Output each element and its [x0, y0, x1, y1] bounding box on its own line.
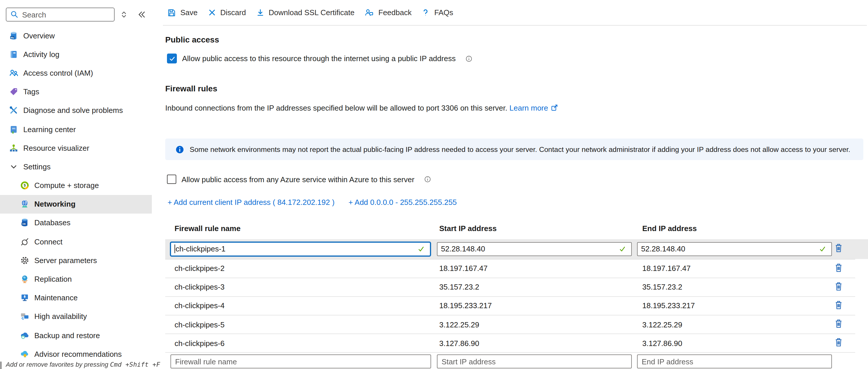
- table-row: ch-clickpipes-6 3.127.86.90 3.127.86.90: [165, 334, 855, 353]
- delete-rule-button[interactable]: [834, 319, 843, 329]
- sidebar-item-learning-center[interactable]: 101 Learning center: [0, 120, 152, 139]
- public-access-heading: Public access: [165, 35, 219, 44]
- save-icon: [167, 8, 176, 17]
- info-filled-icon: [175, 145, 184, 154]
- tools-icon: [9, 105, 19, 116]
- delete-rule-button[interactable]: [834, 243, 843, 253]
- svg-text:101: 101: [12, 127, 16, 129]
- table-row: ch-clickpipes-2 18.197.167.47 18.197.167…: [165, 259, 855, 278]
- sidebar-item-access-control[interactable]: Access control (IAM): [0, 64, 152, 82]
- sidebar-item-resource-visualizer[interactable]: Resource visualizer: [0, 139, 152, 157]
- backup-cloud-icon: [20, 330, 30, 340]
- info-icon[interactable]: [465, 54, 473, 63]
- new-end-ip-input[interactable]: [637, 355, 832, 368]
- sidebar-item-high-availability[interactable]: High availability: [0, 307, 152, 326]
- end-ip-input[interactable]: 52.28.148.40: [637, 242, 832, 256]
- feedback-icon: [365, 7, 374, 18]
- svg-text:$: $: [24, 183, 26, 188]
- question-icon: [422, 8, 430, 17]
- add-client-ip-link[interactable]: + Add current client IP address ( 84.172…: [167, 198, 335, 207]
- feedback-button[interactable]: Feedback: [365, 7, 412, 18]
- high-availability-icon: [20, 312, 30, 321]
- sidebar-item-replication[interactable]: Replication: [0, 270, 152, 288]
- tag-icon: [9, 87, 19, 97]
- sidebar-item-tags[interactable]: Tags: [0, 82, 152, 101]
- valid-check-icon: [818, 245, 827, 253]
- mysql-server-icon: My: [9, 31, 19, 40]
- add-links-row: + Add current client IP address ( 84.172…: [167, 198, 457, 207]
- table-row: ch-clickpipes-3 35.157.23.2 35.157.23.2: [165, 278, 855, 297]
- people-icon: [9, 68, 19, 78]
- svg-text:DB: DB: [22, 223, 26, 225]
- networking-globe-icon: [20, 199, 30, 209]
- learn-more-link[interactable]: Learn more: [509, 103, 548, 112]
- azure-services-checkbox-label: Allow public access from any Azure servi…: [182, 175, 414, 184]
- column-header-name: Firewall rule name: [175, 224, 241, 233]
- column-header-start-ip: Start IP address: [439, 224, 497, 233]
- checkbox-unchecked[interactable]: [167, 175, 176, 184]
- command-bar: Save Discard Download SSL Certificate Fe…: [167, 0, 453, 25]
- column-header-end-ip: End IP address: [642, 224, 697, 233]
- chevron-down-icon: [9, 162, 19, 172]
- start-ip-input[interactable]: 52.28.148.40: [437, 242, 632, 256]
- scrollbar-sliver[interactable]: [0, 362, 2, 369]
- sidebar-item-server-parameters[interactable]: Server parameters: [0, 251, 152, 270]
- new-start-ip-input[interactable]: [437, 355, 632, 368]
- rule-name-input[interactable]: ch-clickpipes-1: [170, 241, 431, 256]
- azure-services-checkbox-row: Allow public access from any Azure servi…: [167, 175, 432, 184]
- delete-rule-button[interactable]: [834, 338, 843, 348]
- search-input[interactable]: [6, 7, 115, 22]
- text-caret: [175, 244, 175, 253]
- database-icon: DB: [20, 218, 30, 228]
- discard-x-icon: [208, 8, 216, 17]
- resource-tree-icon: [9, 143, 19, 153]
- info-banner: Some network environments may not report…: [165, 139, 863, 160]
- activity-log-icon: [9, 50, 19, 59]
- save-button[interactable]: Save: [167, 8, 197, 17]
- page: My Overview Activity log Access control …: [0, 0, 868, 369]
- sidebar: My Overview Activity log Access control …: [0, 0, 152, 369]
- discard-button[interactable]: Discard: [208, 8, 246, 17]
- info-icon[interactable]: [424, 175, 432, 183]
- collapse-sidebar-icon[interactable]: [137, 10, 146, 19]
- search-icon: [10, 10, 19, 19]
- sidebar-item-compute-storage[interactable]: $ Compute + storage: [0, 176, 152, 195]
- table-row: ch-clickpipes-4 18.195.233.217 18.195.23…: [165, 297, 855, 315]
- sidebar-group-settings[interactable]: Settings: [0, 157, 152, 176]
- globe-stand-icon: [20, 274, 30, 284]
- sidebar-item-databases[interactable]: DB Databases: [0, 214, 152, 232]
- sidebar-search: [6, 7, 115, 22]
- delete-rule-button[interactable]: [834, 263, 843, 273]
- sidebar-menu: My Overview Activity log Access control …: [0, 26, 152, 364]
- sidebar-item-diagnose[interactable]: Diagnose and solve problems: [0, 101, 152, 120]
- learning-book-icon: 101: [9, 124, 19, 134]
- collapse-all-icon[interactable]: [119, 10, 129, 19]
- valid-check-icon: [417, 245, 425, 253]
- delete-rule-button[interactable]: [834, 300, 843, 310]
- table-row: ch-clickpipes-5 3.122.25.29 3.122.25.29: [165, 315, 855, 334]
- compute-storage-icon: $: [20, 180, 30, 190]
- info-banner-text: Some network environments may not report…: [190, 145, 850, 153]
- sidebar-item-overview[interactable]: My Overview: [0, 26, 152, 45]
- new-rule-name-input[interactable]: [170, 355, 431, 368]
- delete-rule-button[interactable]: [834, 281, 843, 291]
- checkbox-checked[interactable]: [167, 54, 177, 63]
- sidebar-item-networking[interactable]: Networking: [0, 195, 152, 213]
- toolbar-divider: [163, 25, 867, 26]
- sidebar-item-backup-restore[interactable]: Backup and restore: [0, 326, 152, 344]
- sidebar-item-connect[interactable]: Connect: [0, 232, 152, 251]
- firewall-table-header: Firewall rule name Start IP address End …: [165, 224, 868, 235]
- sidebar-item-maintenance[interactable]: Maintenance: [0, 288, 152, 307]
- public-access-checkbox-row: Allow public access to this resource thr…: [167, 54, 473, 63]
- firewall-edit-row: ch-clickpipes-1 52.28.148.40 52.28.148.4…: [165, 239, 868, 259]
- download-ssl-button[interactable]: Download SSL Certificate: [256, 8, 354, 17]
- sidebar-item-activity-log[interactable]: Activity log: [0, 45, 152, 63]
- add-all-ips-link[interactable]: + Add 0.0.0.0 - 255.255.255.255: [348, 198, 457, 207]
- valid-check-icon: [618, 245, 626, 253]
- firewall-rules-heading: Firewall rules: [165, 84, 217, 93]
- faqs-button[interactable]: FAQs: [422, 8, 453, 17]
- public-access-checkbox-label: Allow public access to this resource thr…: [182, 54, 456, 63]
- advisor-icon: [20, 349, 30, 359]
- download-icon: [256, 8, 265, 17]
- new-rule-row: [165, 351, 868, 369]
